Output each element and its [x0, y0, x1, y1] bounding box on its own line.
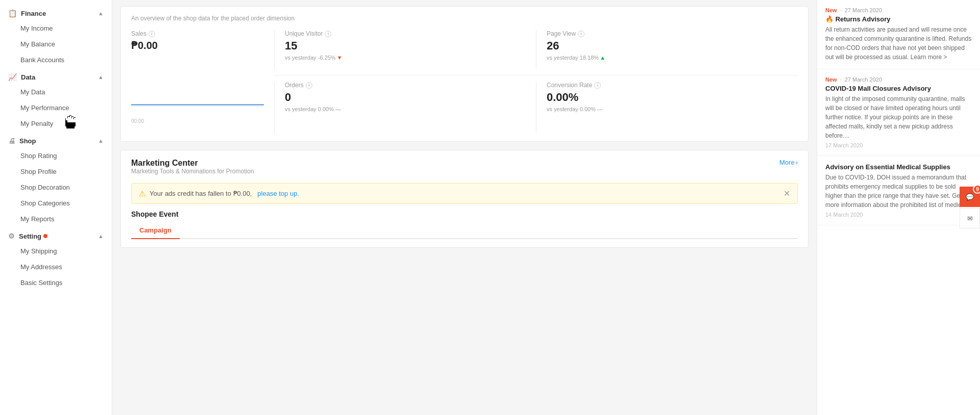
sidebar: 📋 Finance ▲ My Income My Balance Bank Ac…: [0, 0, 112, 415]
stats-grid: Sales i ₱0.00 00:00: [131, 30, 798, 133]
event-tabs: Campaign: [131, 222, 798, 239]
data-chevron: ▲: [98, 74, 104, 80]
news-body-1: All return activities are paused and wil…: [825, 25, 972, 62]
setting-dot: [43, 234, 47, 238]
tab-campaign[interactable]: Campaign: [131, 222, 180, 239]
sidebar-item-shop-decoration[interactable]: Shop Decoration: [0, 179, 112, 195]
sidebar-item-my-shipping[interactable]: My Shipping: [0, 243, 112, 259]
right-panel: New · 27 March 2020 🔥 Returns Advisory A…: [817, 0, 980, 415]
news-item-3: Advisory on Essential Medical Supplies D…: [817, 156, 980, 225]
page-view-label: Page View i: [547, 30, 788, 37]
orders-value: 0: [285, 91, 526, 104]
news-badge-new-2: New: [825, 76, 837, 83]
sidebar-item-my-data[interactable]: My Data: [0, 84, 112, 100]
news-title-2: COVID-19 Mall Closures Advisory: [825, 85, 972, 92]
news-item-1: New · 27 March 2020 🔥 Returns Advisory A…: [817, 0, 980, 69]
sales-label: Sales i: [131, 30, 264, 37]
finance-icon: 📋: [8, 9, 17, 17]
marketing-header: Marketing Center Marketing Tools & Nomin…: [131, 159, 798, 181]
sidebar-item-my-balance[interactable]: My Balance: [0, 36, 112, 52]
shopee-event-title: Shopee Event: [131, 210, 798, 218]
pv-info-icon[interactable]: i: [578, 31, 584, 37]
sidebar-item-shop-rating[interactable]: Shop Rating: [0, 148, 112, 164]
sidebar-section-shop[interactable]: 🖨 Shop ▲: [0, 132, 112, 148]
news-badge-new-1: New: [825, 7, 837, 13]
orders-label: Orders i: [285, 82, 526, 89]
sidebar-item-shop-categories[interactable]: Shop Categories: [0, 195, 112, 211]
stats-subtitle: An overview of the shop data for the pla…: [131, 15, 798, 22]
warning-topup-link[interactable]: please top up.: [257, 190, 299, 197]
uv-down-arrow: ▼: [337, 55, 342, 61]
sidebar-item-my-performance[interactable]: My Performance: [0, 100, 112, 116]
chat-float-button[interactable]: 💬 9: [960, 187, 980, 207]
orders-vs: vs yesterday 0.00% —: [285, 106, 526, 112]
sidebar-item-bank-accounts[interactable]: Bank Accounts: [0, 52, 112, 68]
sidebar-section-finance[interactable]: 📋 Finance ▲: [0, 4, 112, 20]
chat-badge: 9: [973, 185, 980, 194]
sidebar-section-setting[interactable]: ⚙ Setting ▲: [0, 227, 112, 243]
orders-block: Orders i 0 vs yesterday 0.00% —: [274, 82, 536, 133]
sales-chart: [131, 56, 264, 107]
more-chevron-icon: ›: [796, 159, 798, 166]
orders-info-icon[interactable]: i: [306, 82, 312, 89]
page-view-vs: vs yesterday 18.18% ▲: [547, 55, 788, 61]
unique-visitor-value: 15: [285, 39, 526, 53]
news-meta-1: New · 27 March 2020: [825, 7, 972, 13]
sidebar-item-my-penalty[interactable]: My Penalty: [0, 116, 112, 132]
unique-visitor-label: Unique Visitor i: [285, 30, 526, 37]
setting-icon: ⚙: [8, 232, 15, 240]
marketing-card: Marketing Center Marketing Tools & Nomin…: [120, 150, 808, 248]
news-meta-2: New · 27 March 2020: [825, 76, 972, 83]
float-buttons: 💬 9 ✉: [960, 187, 980, 228]
warning-close-button[interactable]: ✕: [783, 189, 790, 198]
shop-icon: 🖨: [8, 137, 15, 145]
cr-info-icon[interactable]: i: [594, 82, 601, 89]
stats-card: An overview of the shop data for the pla…: [120, 6, 808, 142]
uv-info-icon[interactable]: i: [325, 31, 331, 37]
news-title-1: 🔥 Returns Advisory: [825, 15, 972, 23]
unique-visitor-block: Unique Visitor i 15 vs yesterday -6.25% …: [274, 30, 536, 69]
sales-value: ₱0.00: [131, 39, 264, 51]
conversion-block: Conversion Rate i 0.00% vs yesterday 0.0…: [536, 82, 798, 133]
sales-info-icon[interactable]: i: [149, 31, 155, 37]
page-view-value: 26: [547, 39, 788, 53]
setting-label: Setting: [19, 232, 41, 240]
setting-chevron: ▲: [98, 233, 104, 239]
news-item-2: New · 27 March 2020 COVID-19 Mall Closur…: [817, 69, 980, 156]
news-title-3: Advisory on Essential Medical Supplies: [825, 163, 972, 171]
news-dot-2: ·: [840, 76, 842, 83]
sidebar-item-my-addresses[interactable]: My Addresses: [0, 259, 112, 275]
fire-icon-1: 🔥: [825, 15, 834, 23]
sidebar-item-basic-settings[interactable]: Basic Settings: [0, 275, 112, 291]
sidebar-item-my-reports[interactable]: My Reports: [0, 211, 112, 227]
conversion-label: Conversion Rate i: [547, 82, 788, 89]
news-body-2: In light of the imposed community quaran…: [825, 94, 972, 140]
sidebar-section-data[interactable]: 📈 Data ▲: [0, 68, 112, 84]
shop-chevron: ▲: [98, 138, 104, 144]
news-bottom-date-2: 17 March 2020: [825, 142, 972, 148]
data-items: My Data My Performance My Penalty: [0, 84, 112, 132]
news-dot-1: ·: [840, 7, 842, 13]
conversion-vs: vs yesterday 0.00% —: [547, 106, 788, 112]
chat-icon: 💬: [966, 193, 974, 201]
page-view-block: Page View i 26 vs yesterday 18.18% ▲: [536, 30, 798, 69]
news-body-3: Due to COVID-19, DOH issued a memorandum…: [825, 173, 972, 210]
sales-block: Sales i ₱0.00 00:00: [131, 30, 274, 133]
marketing-subtitle: Marketing Tools & Nominations for Promot…: [131, 168, 254, 175]
sidebar-item-shop-profile[interactable]: Shop Profile: [0, 164, 112, 179]
mail-icon: ✉: [967, 215, 973, 222]
shop-label: Shop: [19, 137, 36, 145]
shop-items: Shop Rating Shop Profile Shop Decoration…: [0, 148, 112, 227]
data-icon: 📈: [8, 73, 17, 81]
mail-float-button[interactable]: ✉: [960, 208, 980, 228]
news-date-1: 27 March 2020: [845, 7, 882, 13]
warning-banner: ⚠ Your ads credit has fallen to ₱0.00, p…: [131, 183, 798, 204]
sidebar-item-my-income[interactable]: My Income: [0, 20, 112, 36]
finance-label: Finance: [21, 10, 46, 17]
marketing-title: Marketing Center: [131, 159, 254, 168]
news-date-2: 27 March 2020: [845, 76, 882, 83]
data-label: Data: [21, 73, 35, 81]
unique-visitor-vs: vs yesterday -6.25% ▼: [285, 55, 526, 61]
main-content: An overview of the shop data for the pla…: [112, 0, 817, 415]
marketing-more-link[interactable]: More ›: [779, 159, 798, 166]
